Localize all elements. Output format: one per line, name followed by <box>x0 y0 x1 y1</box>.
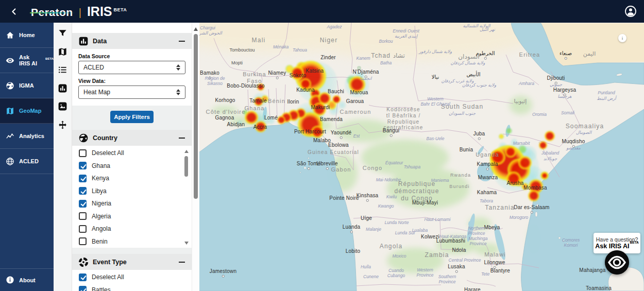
data-section-body: Data Source ACLED View Data: Heat Map <box>72 49 192 106</box>
checkbox-label: Ghana <box>92 162 110 169</box>
scroll-up-icon[interactable] <box>194 27 198 31</box>
sidebar-item-label: ACLED <box>19 158 39 164</box>
bar-chart-icon <box>78 36 89 46</box>
panel-scrollbar[interactable] <box>192 23 199 291</box>
app-root: Peraton | IRIS BETA HomeAsk IRIS AIBETAI… <box>0 0 644 291</box>
data-source-select[interactable]: ACLED <box>78 61 185 74</box>
scroll-down-icon[interactable] <box>184 242 189 245</box>
tool-strip <box>54 23 72 291</box>
view-data-value: Heat Map <box>83 89 110 96</box>
checkbox-unchecked[interactable] <box>79 212 87 220</box>
country-option-kenya[interactable]: Kenya <box>72 172 192 185</box>
checkbox-label: Kenya <box>92 175 109 182</box>
checkbox-label: Nigeria <box>92 200 111 207</box>
beta-badge: BETA <box>45 57 54 60</box>
map-terrain <box>199 23 644 291</box>
checkbox-checked[interactable] <box>79 273 87 281</box>
country-option-benin[interactable]: Benin <box>72 235 192 248</box>
collapse-event-type-button[interactable] <box>178 259 185 266</box>
sidebar-item-igma[interactable]: IGMA <box>0 73 54 98</box>
tool-move-icon[interactable] <box>58 120 67 130</box>
ask-iris-eye-button[interactable] <box>605 250 629 275</box>
brand-lockup: Peraton | IRIS BETA <box>31 4 127 19</box>
checkbox-label: Battles <box>92 286 111 291</box>
tool-map-outline-icon[interactable] <box>58 47 67 57</box>
country-section-title: Country <box>93 134 117 142</box>
tool-image-square-icon[interactable] <box>58 101 67 111</box>
country-option-algeria[interactable]: Algeria <box>72 210 192 223</box>
sidebar-item-label: IGMA <box>19 82 34 89</box>
map-canvas[interactable]: MaliNigerTchad تشادBurkina FasoGhanaBéni… <box>199 23 644 291</box>
scroll-up-icon[interactable] <box>184 150 189 153</box>
ask-iris-cta: Ask IRIS AIBETA <box>595 243 638 250</box>
tool-filter-icon[interactable] <box>58 28 67 38</box>
data-section-title: Data <box>93 38 107 45</box>
country-list-scrollbar[interactable] <box>184 149 189 246</box>
event-type-section: Event Type Deselect AllBattles <box>72 254 192 291</box>
sidebar-item-home[interactable]: Home <box>0 23 54 48</box>
sidebar-item-analytics[interactable]: Analytics <box>0 124 54 149</box>
filter-panel: Data Data Source ACLED View Data: Heat M… <box>72 23 192 291</box>
minus-icon <box>179 262 185 263</box>
view-data-select[interactable]: Heat Map <box>78 85 185 99</box>
peraton-logo: Peraton <box>31 6 73 19</box>
sidebar-item-ask-iris-ai[interactable]: Ask IRIS AIBETA <box>0 48 54 73</box>
select-chevrons-icon <box>176 64 180 71</box>
scroll-thumb[interactable] <box>184 156 188 177</box>
sidebar-item-about[interactable]: About <box>0 268 54 291</box>
checkbox-label: Libya <box>92 187 107 195</box>
event-type-section-title: Event Type <box>93 259 127 266</box>
eye-icon <box>605 250 629 275</box>
top-header: Peraton | IRIS BETA <box>0 0 644 23</box>
country-option-ghana[interactable]: Ghana <box>72 160 192 173</box>
event-type-option-battles[interactable]: Battles <box>72 284 192 291</box>
iris-logo: IRIS <box>87 4 112 19</box>
sidebar-item-geomap[interactable]: GeoMap <box>0 98 54 124</box>
info-icon <box>6 276 14 284</box>
analytics-icon <box>6 132 14 141</box>
minus-icon <box>179 41 185 42</box>
sidebar-item-acled[interactable]: ACLED <box>0 149 54 174</box>
checkbox-unchecked[interactable] <box>79 225 87 233</box>
checkbox-unchecked[interactable] <box>79 237 87 245</box>
checkbox-label: Deselect All <box>92 273 124 281</box>
collapse-data-button[interactable] <box>178 38 185 45</box>
back-button[interactable] <box>8 6 20 17</box>
checkbox-unchecked[interactable] <box>79 149 87 157</box>
country-section: Country Deselect AllGhanaKenyaLibyaNiger… <box>72 130 192 248</box>
collapse-country-button[interactable] <box>178 134 185 142</box>
beta-badge: BETA <box>114 7 127 12</box>
event-type-section-header: Event Type <box>72 254 192 270</box>
account-icon[interactable] <box>624 5 637 18</box>
country-option-deselect-all[interactable]: Deselect All <box>72 147 192 160</box>
checkbox-label: Angola <box>92 225 111 232</box>
checkbox-checked[interactable] <box>79 200 87 208</box>
checkbox-checked[interactable] <box>79 162 87 169</box>
apply-filters-button[interactable]: Apply Filters <box>110 111 154 123</box>
home-icon <box>6 31 14 40</box>
checkbox-checked[interactable] <box>79 187 87 195</box>
sidebar-item-label: Home <box>19 32 35 38</box>
tool-bar-chart-square-icon[interactable] <box>58 83 67 93</box>
map-icon <box>6 107 14 115</box>
minus-icon <box>179 138 185 139</box>
country-option-nigeria[interactable]: Nigeria <box>72 197 192 210</box>
country-section-header: Country <box>72 130 192 146</box>
event-type-option-deselect-all[interactable]: Deselect All <box>72 271 192 284</box>
eye-icon <box>6 56 14 65</box>
globe-icon <box>78 133 89 143</box>
map-info-button[interactable]: i <box>618 34 626 42</box>
scroll-thumb[interactable] <box>194 34 198 199</box>
sidebar-item-label: Ask IRIS AI <box>19 54 40 66</box>
tool-list-icon[interactable] <box>58 65 67 75</box>
panel-spacer <box>72 23 192 33</box>
country-option-angola[interactable]: Angola <box>72 222 192 235</box>
checkbox-checked[interactable] <box>79 286 87 291</box>
sidebar: HomeAsk IRIS AIBETAIGMAGeoMapAnalyticsAC… <box>0 23 54 291</box>
panel-gap <box>72 248 192 254</box>
brand-separator: | <box>79 7 81 19</box>
checkbox-checked[interactable] <box>79 175 87 182</box>
data-source-label: Data Source <box>78 53 185 59</box>
country-option-libya[interactable]: Libya <box>72 185 192 198</box>
igma-globe-icon <box>6 81 14 90</box>
